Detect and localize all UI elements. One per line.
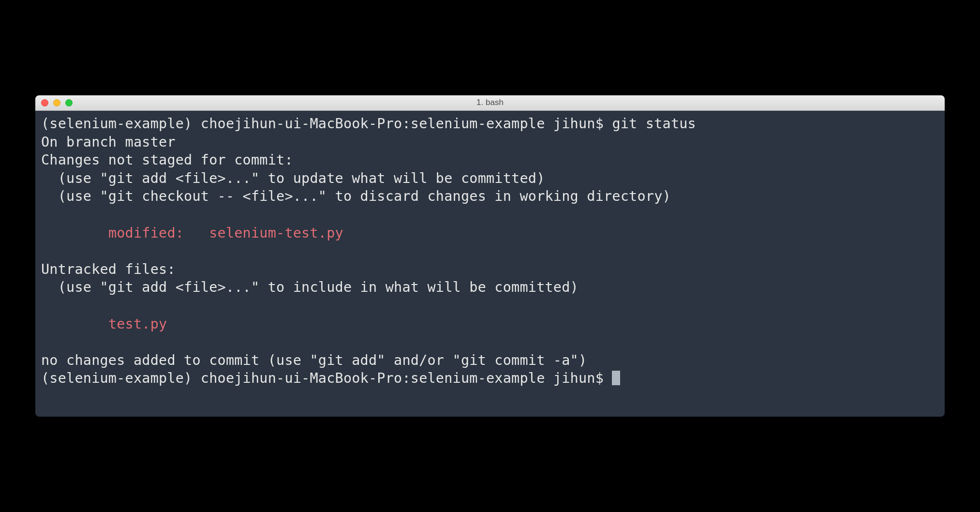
output-hint-add: (use "git add <file>..." to update what … (41, 170, 545, 186)
cursor-icon (612, 371, 620, 385)
output-untracked-header: Untracked files: (41, 261, 176, 277)
maximize-icon[interactable] (65, 99, 73, 106)
prompt-env: (selenium-example) (41, 116, 201, 132)
output-changes-header: Changes not staged for commit: (41, 152, 293, 168)
command-text: git status (612, 116, 696, 132)
prompt-host: choejihun-ui-MacBook-Pro:selenium-exampl… (201, 370, 612, 386)
output-modified-file: modified: selenium-test.py (108, 225, 343, 241)
output-no-changes: no changes added to commit (use "git add… (41, 352, 587, 368)
minimize-icon[interactable] (53, 99, 60, 106)
output-indent (41, 316, 108, 332)
output-branch: On branch master (41, 134, 176, 150)
output-hint-untracked: (use "git add <file>..." to include in w… (41, 279, 579, 295)
titlebar[interactable]: 1. bash (35, 95, 945, 111)
traffic-lights (41, 99, 73, 106)
terminal-window: 1. bash (selenium-example) choejihun-ui-… (35, 95, 945, 417)
close-icon[interactable] (41, 99, 48, 106)
output-hint-checkout: (use "git checkout -- <file>..." to disc… (41, 188, 671, 204)
terminal-body[interactable]: (selenium-example) choejihun-ui-MacBook-… (35, 111, 945, 417)
prompt-host: choejihun-ui-MacBook-Pro:selenium-exampl… (201, 116, 612, 132)
prompt-env: (selenium-example) (41, 370, 201, 386)
output-untracked-file: test.py (108, 316, 167, 332)
window-title: 1. bash (476, 98, 504, 107)
output-indent (41, 225, 108, 241)
